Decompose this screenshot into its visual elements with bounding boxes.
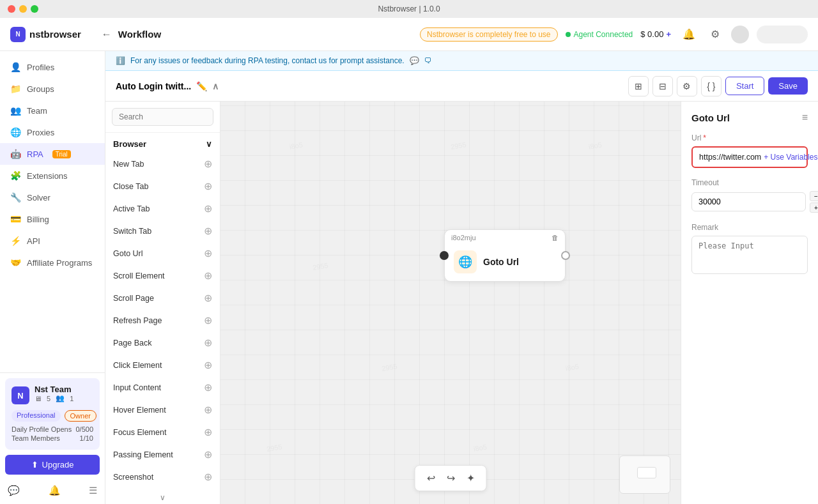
- sidebar-item-rpa[interactable]: 🤖 RPA Trial: [0, 143, 105, 165]
- add-input-content-icon[interactable]: ⊕: [204, 381, 212, 393]
- add-scroll-element-icon[interactable]: ⊕: [204, 270, 212, 282]
- dot-red[interactable]: [8, 5, 15, 13]
- url-field: Url * https://twitter.com + Use Variable…: [691, 134, 808, 168]
- node-connector-right[interactable]: [561, 251, 570, 260]
- sidebar-item-billing[interactable]: 💳 Billing: [0, 208, 105, 230]
- add-close-tab-icon[interactable]: ⊕: [204, 180, 212, 192]
- goto-url-node[interactable]: i8o2mju 🗑 🌐 Goto Url: [444, 229, 566, 282]
- redo-button[interactable]: ↪: [442, 470, 460, 487]
- node-item-new-tab[interactable]: New Tab ⊕: [105, 153, 220, 175]
- node-item-click-element[interactable]: Click Element ⊕: [105, 354, 220, 376]
- add-new-tab-icon[interactable]: ⊕: [204, 158, 212, 170]
- settings-button[interactable]: ⚙: [707, 26, 723, 43]
- timeout-buttons: − +: [810, 191, 818, 213]
- node-item-passing-element[interactable]: Passing Element ⊕: [105, 443, 220, 466]
- sidebar-item-affiliate[interactable]: 🤝 Affiliate Programs: [0, 252, 105, 273]
- affiliate-icon: 🤝: [10, 257, 20, 268]
- code-button[interactable]: { }: [701, 76, 722, 96]
- community-icon[interactable]: 🔔: [49, 485, 61, 496]
- sidebar-item-label: Extensions: [27, 171, 68, 181]
- node-item-switch-tab[interactable]: Switch Tab ⊕: [105, 220, 220, 242]
- sidebar-item-groups[interactable]: 📁 Groups: [0, 78, 105, 100]
- node-item-close-tab[interactable]: Close Tab ⊕: [105, 175, 220, 197]
- workflow-area: ℹ️ For any issues or feedback during RPA…: [105, 51, 818, 504]
- notification-bar: ℹ️ For any issues or feedback during RPA…: [105, 51, 818, 71]
- browser-section-header[interactable]: Browser ∨: [105, 133, 220, 153]
- right-panel-menu-icon[interactable]: ≡: [802, 112, 808, 123]
- back-button[interactable]: ←: [99, 26, 114, 43]
- chat-icon[interactable]: 🗨: [424, 56, 432, 65]
- node-item-focus-element[interactable]: Focus Element ⊕: [105, 421, 220, 443]
- team-members-icon: 👥: [56, 394, 65, 402]
- add-focus-element-icon[interactable]: ⊕: [204, 426, 212, 438]
- node-item-scroll-page[interactable]: Scroll Page ⊕: [105, 287, 220, 309]
- team-card: N Nst Team 🖥 5 👥 1 Professiona: [5, 378, 100, 450]
- node-item-hover-element[interactable]: Hover Element ⊕: [105, 399, 220, 421]
- workflow-title: Auto Login twitt...: [116, 81, 191, 91]
- edit-icon[interactable]: ✏️: [196, 81, 207, 91]
- sidebar-bottom: N Nst Team 🖥 5 👥 1 Professiona: [0, 372, 105, 480]
- show-more-button[interactable]: ∨: [105, 488, 220, 504]
- use-variables-link[interactable]: + Use Variables: [764, 153, 817, 162]
- canvas[interactable]: i8o5 2955 i8o5 2955 i8o5 2955 i8o5 2955 …: [220, 102, 681, 504]
- settings-workflow-button[interactable]: ⚙: [677, 76, 697, 96]
- grid-view-button[interactable]: ⊞: [628, 76, 649, 96]
- fit-view-button[interactable]: ✦: [461, 470, 480, 487]
- node-item-page-back[interactable]: Page Back ⊕: [105, 332, 220, 354]
- page-title: Workflow: [118, 29, 161, 40]
- undo-button[interactable]: ↩: [422, 470, 440, 487]
- add-page-back-icon[interactable]: ⊕: [204, 337, 212, 349]
- owner-badge: Owner: [65, 410, 96, 422]
- notification-button[interactable]: 🔔: [679, 26, 699, 43]
- remark-input[interactable]: [691, 236, 808, 274]
- sidebar-item-solver[interactable]: 🔧 Solver: [0, 187, 105, 208]
- info-icon: ℹ️: [116, 56, 125, 65]
- add-refresh-page-icon[interactable]: ⊕: [204, 314, 212, 326]
- timeout-input[interactable]: [691, 192, 806, 211]
- save-button[interactable]: Save: [768, 77, 808, 95]
- sidebar-item-proxies[interactable]: 🌐 Proxies: [0, 121, 105, 143]
- node-item-screenshot[interactable]: Screenshot ⊕: [105, 466, 220, 488]
- sidebar-item-extensions[interactable]: 🧩 Extensions: [0, 165, 105, 187]
- right-panel-header: Goto Url ≡: [691, 112, 808, 123]
- node-search-input[interactable]: [112, 108, 213, 126]
- sidebar-item-profiles[interactable]: 👤 Profiles: [0, 56, 105, 78]
- menu-icon[interactable]: ☰: [89, 485, 97, 496]
- node-delete-icon[interactable]: 🗑: [552, 234, 559, 241]
- add-click-element-icon[interactable]: ⊕: [204, 359, 212, 371]
- node-item-goto-url[interactable]: Goto Url ⊕: [105, 242, 220, 264]
- dot-green[interactable]: [31, 5, 38, 13]
- sidebar-item-label: Profiles: [27, 63, 54, 72]
- add-active-tab-icon[interactable]: ⊕: [204, 202, 212, 215]
- add-hover-element-icon[interactable]: ⊕: [204, 404, 212, 416]
- add-goto-url-icon[interactable]: ⊕: [204, 247, 212, 259]
- timeout-minus-button[interactable]: −: [810, 191, 818, 201]
- node-item-refresh-page[interactable]: Refresh Page ⊕: [105, 309, 220, 332]
- add-passing-element-icon[interactable]: ⊕: [204, 448, 212, 461]
- billing-icon: 💳: [10, 214, 20, 224]
- node-item-active-tab[interactable]: Active Tab ⊕: [105, 197, 220, 220]
- timeout-plus-button[interactable]: +: [810, 202, 818, 213]
- titlebar-dots: [8, 5, 38, 13]
- node-connector-left[interactable]: [440, 251, 449, 260]
- user-avatar[interactable]: [731, 26, 749, 43]
- sidebar-item-team[interactable]: 👥 Team: [0, 100, 105, 121]
- team-profiles-icon: 🖥: [35, 395, 42, 402]
- node-item-input-content[interactable]: Input Content ⊕: [105, 376, 220, 399]
- sidebar-item-label: API: [27, 236, 40, 246]
- discord-link-icon[interactable]: 💬: [410, 56, 419, 65]
- add-scroll-page-icon[interactable]: ⊕: [204, 292, 212, 304]
- discord-icon[interactable]: 💬: [8, 485, 20, 496]
- collapse-icon[interactable]: ∧: [212, 81, 219, 91]
- node-item-scroll-element[interactable]: Scroll Element ⊕: [105, 264, 220, 287]
- layers-button[interactable]: ⊟: [652, 76, 673, 96]
- upgrade-button[interactable]: ⬆ Upgrade: [5, 455, 100, 475]
- start-button[interactable]: Start: [725, 77, 764, 95]
- url-input[interactable]: https://twitter.com + Use Variables: [691, 146, 808, 168]
- money-display: $ 0.00 +: [640, 29, 671, 39]
- dot-yellow[interactable]: [19, 5, 27, 13]
- search-wrap: [105, 102, 220, 133]
- add-screenshot-icon[interactable]: ⊕: [204, 471, 212, 483]
- add-switch-tab-icon[interactable]: ⊕: [204, 225, 212, 237]
- sidebar-item-api[interactable]: ⚡ API: [0, 230, 105, 252]
